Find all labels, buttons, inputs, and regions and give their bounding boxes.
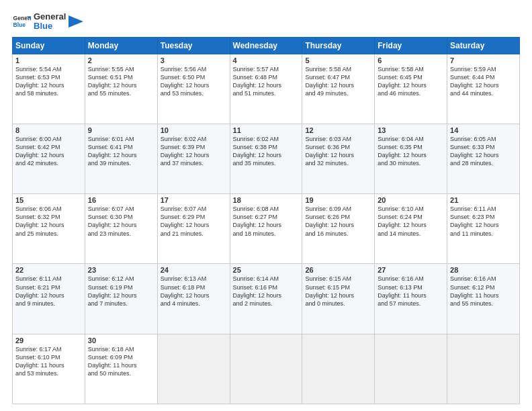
table-row: 14Sunrise: 6:05 AMSunset: 6:33 PMDayligh…: [447, 124, 520, 193]
day-info: Sunrise: 6:07 AMSunset: 6:30 PMDaylight:…: [88, 205, 154, 238]
day-info: Sunrise: 6:12 AMSunset: 6:19 PMDaylight:…: [88, 275, 154, 308]
day-info: Sunrise: 6:04 AMSunset: 6:35 PMDaylight:…: [378, 135, 444, 168]
svg-marker-3: [69, 15, 83, 28]
day-number: 5: [305, 56, 371, 64]
table-row: [157, 334, 230, 404]
weekday-header: Monday: [85, 37, 157, 54]
day-number: 1: [15, 56, 82, 64]
page-header: General Blue General Blue: [12, 12, 520, 32]
table-row: 29Sunrise: 6:17 AMSunset: 6:10 PMDayligh…: [13, 334, 85, 404]
day-info: Sunrise: 6:18 AMSunset: 6:09 PMDaylight:…: [88, 345, 154, 378]
table-row: 21Sunrise: 6:11 AMSunset: 6:23 PMDayligh…: [447, 194, 520, 264]
table-row: 6Sunrise: 5:58 AMSunset: 6:45 PMDaylight…: [375, 54, 447, 124]
day-info: Sunrise: 5:54 AMSunset: 6:53 PMDaylight:…: [15, 65, 82, 98]
day-number: 25: [233, 266, 300, 274]
day-number: 2: [88, 56, 154, 64]
table-row: 26Sunrise: 6:15 AMSunset: 6:15 PMDayligh…: [302, 264, 375, 334]
table-row: 9Sunrise: 6:01 AMSunset: 6:41 PMDaylight…: [85, 124, 157, 193]
day-info: Sunrise: 5:58 AMSunset: 6:45 PMDaylight:…: [378, 65, 444, 98]
table-row: [447, 334, 520, 404]
day-number: 4: [233, 56, 300, 64]
table-row: 23Sunrise: 6:12 AMSunset: 6:19 PMDayligh…: [85, 264, 157, 334]
day-number: 21: [450, 196, 517, 204]
table-row: [230, 334, 302, 404]
table-row: 18Sunrise: 6:08 AMSunset: 6:27 PMDayligh…: [230, 194, 302, 264]
weekday-header: Wednesday: [230, 37, 302, 54]
day-info: Sunrise: 6:02 AMSunset: 6:39 PMDaylight:…: [161, 135, 227, 168]
table-row: [375, 334, 447, 404]
day-number: 10: [161, 126, 227, 134]
weekday-header: Saturday: [447, 37, 520, 54]
svg-text:Blue: Blue: [13, 21, 26, 28]
day-info: Sunrise: 6:14 AMSunset: 6:16 PMDaylight:…: [233, 275, 300, 308]
table-row: 16Sunrise: 6:07 AMSunset: 6:30 PMDayligh…: [85, 194, 157, 264]
weekday-header: Thursday: [302, 37, 375, 54]
day-number: 28: [450, 266, 517, 274]
day-info: Sunrise: 6:08 AMSunset: 6:27 PMDaylight:…: [233, 205, 300, 238]
day-number: 8: [15, 126, 82, 134]
day-number: 6: [378, 56, 444, 64]
day-info: Sunrise: 6:01 AMSunset: 6:41 PMDaylight:…: [88, 135, 154, 168]
day-number: 19: [305, 196, 371, 204]
table-row: 1Sunrise: 5:54 AMSunset: 6:53 PMDaylight…: [13, 54, 85, 124]
day-number: 26: [305, 266, 371, 274]
day-number: 9: [88, 126, 154, 134]
day-number: 27: [378, 266, 444, 274]
day-number: 14: [450, 126, 517, 134]
day-number: 7: [450, 56, 517, 64]
table-row: 30Sunrise: 6:18 AMSunset: 6:09 PMDayligh…: [85, 334, 157, 404]
day-info: Sunrise: 5:58 AMSunset: 6:47 PMDaylight:…: [305, 65, 371, 98]
table-row: 27Sunrise: 6:16 AMSunset: 6:13 PMDayligh…: [375, 264, 447, 334]
logo-general: General: [34, 12, 66, 21]
day-info: Sunrise: 5:57 AMSunset: 6:48 PMDaylight:…: [233, 65, 300, 98]
day-info: Sunrise: 6:15 AMSunset: 6:15 PMDaylight:…: [305, 275, 371, 308]
day-info: Sunrise: 6:17 AMSunset: 6:10 PMDaylight:…: [15, 345, 82, 378]
day-info: Sunrise: 6:05 AMSunset: 6:33 PMDaylight:…: [450, 135, 517, 168]
day-info: Sunrise: 6:07 AMSunset: 6:29 PMDaylight:…: [161, 205, 227, 238]
table-row: 11Sunrise: 6:02 AMSunset: 6:38 PMDayligh…: [230, 124, 302, 193]
table-row: 8Sunrise: 6:00 AMSunset: 6:42 PMDaylight…: [13, 124, 85, 193]
table-row: 20Sunrise: 6:10 AMSunset: 6:24 PMDayligh…: [375, 194, 447, 264]
table-row: 19Sunrise: 6:09 AMSunset: 6:26 PMDayligh…: [302, 194, 375, 264]
table-row: 25Sunrise: 6:14 AMSunset: 6:16 PMDayligh…: [230, 264, 302, 334]
table-row: 22Sunrise: 6:11 AMSunset: 6:21 PMDayligh…: [13, 264, 85, 334]
table-row: 28Sunrise: 6:16 AMSunset: 6:12 PMDayligh…: [447, 264, 520, 334]
day-info: Sunrise: 6:11 AMSunset: 6:23 PMDaylight:…: [450, 205, 517, 238]
weekday-header: Tuesday: [157, 37, 230, 54]
table-row: 24Sunrise: 6:13 AMSunset: 6:18 PMDayligh…: [157, 264, 230, 334]
table-row: 12Sunrise: 6:03 AMSunset: 6:36 PMDayligh…: [302, 124, 375, 193]
calendar-table: SundayMondayTuesdayWednesdayThursdayFrid…: [12, 37, 520, 404]
logo-blue: Blue: [34, 21, 66, 31]
day-number: 17: [161, 196, 227, 204]
day-info: Sunrise: 6:16 AMSunset: 6:13 PMDaylight:…: [378, 275, 444, 308]
weekday-header: Friday: [375, 37, 447, 54]
svg-text:General: General: [13, 15, 31, 22]
day-number: 11: [233, 126, 300, 134]
day-info: Sunrise: 6:10 AMSunset: 6:24 PMDaylight:…: [378, 205, 444, 238]
day-number: 13: [378, 126, 444, 134]
day-number: 16: [88, 196, 154, 204]
day-number: 29: [15, 336, 82, 345]
table-row: 5Sunrise: 5:58 AMSunset: 6:47 PMDaylight…: [302, 54, 375, 124]
day-info: Sunrise: 6:03 AMSunset: 6:36 PMDaylight:…: [305, 135, 371, 168]
day-info: Sunrise: 6:16 AMSunset: 6:12 PMDaylight:…: [450, 275, 517, 308]
day-number: 23: [88, 266, 154, 274]
day-number: 30: [88, 336, 154, 345]
logo: General Blue General Blue: [12, 12, 83, 32]
day-number: 12: [305, 126, 371, 134]
table-row: 2Sunrise: 5:55 AMSunset: 6:51 PMDaylight…: [85, 54, 157, 124]
table-row: 4Sunrise: 5:57 AMSunset: 6:48 PMDaylight…: [230, 54, 302, 124]
day-info: Sunrise: 5:55 AMSunset: 6:51 PMDaylight:…: [88, 65, 154, 98]
day-number: 20: [378, 196, 444, 204]
day-info: Sunrise: 6:13 AMSunset: 6:18 PMDaylight:…: [161, 275, 227, 308]
logo-icon: General Blue: [12, 12, 31, 31]
table-row: 7Sunrise: 5:59 AMSunset: 6:44 PMDaylight…: [447, 54, 520, 124]
table-row: 15Sunrise: 6:06 AMSunset: 6:32 PMDayligh…: [13, 194, 85, 264]
day-number: 24: [161, 266, 227, 274]
table-row: 17Sunrise: 6:07 AMSunset: 6:29 PMDayligh…: [157, 194, 230, 264]
day-info: Sunrise: 6:06 AMSunset: 6:32 PMDaylight:…: [15, 205, 82, 238]
day-number: 3: [161, 56, 227, 64]
day-info: Sunrise: 6:02 AMSunset: 6:38 PMDaylight:…: [233, 135, 300, 168]
table-row: 10Sunrise: 6:02 AMSunset: 6:39 PMDayligh…: [157, 124, 230, 193]
day-number: 18: [233, 196, 300, 204]
